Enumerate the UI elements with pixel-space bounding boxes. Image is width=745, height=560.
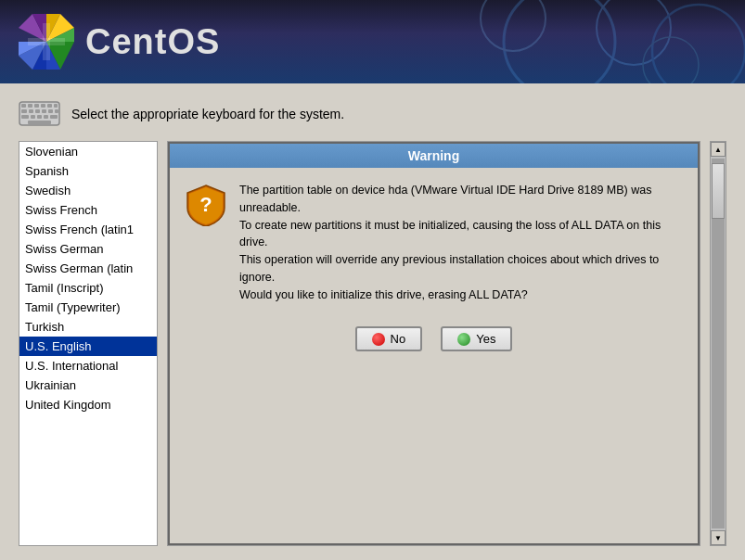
yes-button-label: Yes	[476, 332, 495, 346]
language-item[interactable]: U.S. International	[19, 356, 157, 375]
yes-button-icon	[457, 333, 470, 346]
svg-text:?: ?	[199, 193, 212, 216]
language-item[interactable]: Tamil (Typewriter)	[19, 298, 157, 317]
svg-rect-30	[55, 109, 58, 113]
svg-rect-23	[47, 104, 52, 108]
svg-rect-24	[54, 104, 58, 108]
svg-rect-19	[21, 104, 26, 108]
svg-rect-32	[31, 115, 35, 119]
warning-text-1: The partition table on device hda (VMwar…	[239, 182, 684, 251]
svg-rect-21	[34, 104, 39, 108]
centos-logo-icon	[19, 14, 74, 70]
warning-text-2: This operation will override any previou…	[239, 251, 684, 286]
language-item[interactable]: Tamil (Inscript)	[19, 278, 157, 298]
svg-point-14	[597, 0, 671, 65]
language-item[interactable]: Swedish	[19, 181, 157, 200]
svg-rect-12	[28, 38, 65, 45]
header: CentOS	[0, 0, 745, 83]
scrollbar[interactable]: ▲ ▼	[710, 141, 726, 546]
language-item[interactable]: Slovenian	[19, 142, 157, 161]
logo-text: CentOS	[85, 22, 220, 62]
svg-rect-27	[35, 109, 40, 113]
language-item[interactable]: U.S. English	[19, 337, 157, 356]
language-item[interactable]: Swiss German	[19, 239, 157, 259]
dialog-area: Warning ? The partition table on device …	[167, 141, 700, 546]
svg-rect-34	[44, 115, 48, 119]
language-list[interactable]: SlovenianSpanishSwedishSwiss FrenchSwiss…	[19, 141, 158, 546]
language-item[interactable]: Swiss French (latin1	[19, 220, 157, 239]
scroll-track[interactable]	[712, 159, 725, 528]
language-item[interactable]: Swiss German (latin	[19, 259, 157, 278]
warning-dialog: Warning ? The partition table on device …	[168, 142, 700, 545]
language-item[interactable]: Spanish	[19, 161, 157, 181]
svg-rect-31	[21, 115, 29, 119]
svg-rect-25	[21, 109, 27, 113]
language-item[interactable]: Ukrainian	[19, 375, 157, 395]
no-button-label: No	[391, 332, 406, 346]
warning-text-3: Would you like to initialize this drive,…	[239, 286, 684, 304]
yes-button[interactable]: Yes	[441, 326, 512, 351]
scroll-down-arrow[interactable]: ▼	[711, 530, 726, 545]
warning-text-block: The partition table on device hda (VMwar…	[239, 182, 684, 303]
svg-rect-29	[48, 109, 53, 113]
svg-rect-36	[28, 121, 51, 124]
keyboard-icon	[19, 97, 60, 130]
language-item[interactable]: Turkish	[19, 317, 157, 337]
no-button-icon	[372, 333, 385, 346]
language-item[interactable]: United Kingdom	[19, 395, 157, 414]
instruction-row: Select the appropriate keyboard for the …	[19, 97, 726, 130]
warning-header: Warning	[170, 144, 698, 168]
warning-shield-icon: ?	[184, 182, 228, 226]
instruction-text: Select the appropriate keyboard for the …	[71, 107, 344, 121]
no-button[interactable]: No	[355, 326, 423, 351]
warning-buttons: No Yes	[170, 317, 698, 365]
svg-rect-26	[29, 109, 33, 113]
scroll-thumb[interactable]	[712, 163, 725, 219]
language-item[interactable]: Swiss French	[19, 200, 157, 220]
svg-point-16	[481, 0, 546, 51]
main-content: Select the appropriate keyboard for the …	[0, 83, 745, 560]
content-area: SlovenianSpanishSwedishSwiss FrenchSwiss…	[19, 141, 726, 546]
svg-rect-28	[42, 109, 46, 113]
svg-rect-22	[41, 104, 45, 108]
svg-rect-33	[37, 115, 42, 119]
svg-rect-20	[28, 104, 32, 108]
header-decoration	[374, 0, 745, 83]
warning-body: ? The partition table on device hda (VMw…	[170, 168, 698, 317]
scroll-up-arrow[interactable]: ▲	[711, 142, 726, 157]
svg-rect-35	[50, 115, 58, 119]
logo: CentOS	[19, 14, 220, 70]
